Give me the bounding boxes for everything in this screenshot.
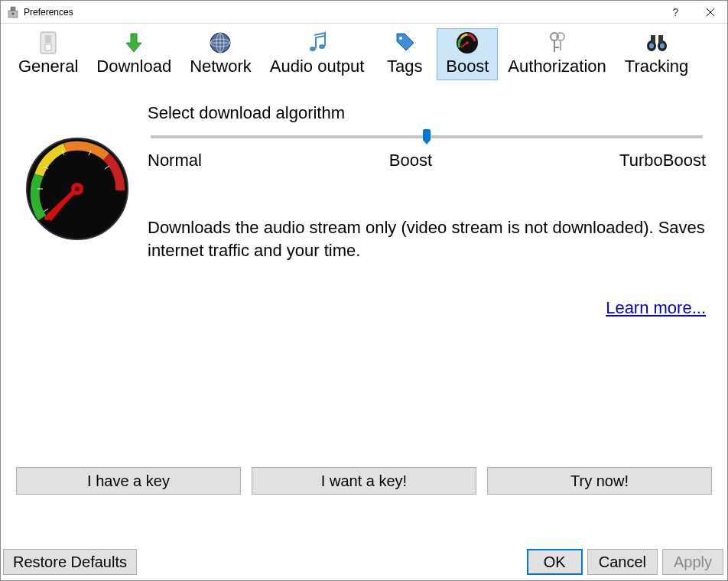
algorithm-description: Downloads the audio stream only (video s… (148, 216, 706, 261)
tab-label: Tracking (625, 57, 689, 76)
gauge-icon (455, 31, 479, 55)
close-button[interactable] (693, 1, 727, 24)
svg-point-30 (660, 44, 665, 49)
svg-point-14 (319, 44, 325, 49)
slider-label-normal: Normal (148, 151, 202, 170)
tab-bar: General Download Network Audio output Ta… (1, 24, 727, 80)
tab-label: Network (190, 57, 252, 76)
want-key-button[interactable]: I want a key! (252, 467, 476, 495)
svg-point-42 (75, 187, 80, 191)
svg-rect-28 (658, 35, 663, 43)
svg-point-13 (310, 47, 316, 51)
have-key-button[interactable]: I have a key (16, 467, 241, 495)
tab-label: Boost (446, 57, 489, 76)
key-button-row: I have a key I want a key! Try now! (16, 467, 712, 495)
learn-more-link[interactable]: Learn more... (606, 298, 706, 317)
app-icon (7, 6, 19, 18)
svg-point-19 (466, 41, 469, 44)
tab-audio-output[interactable]: Audio output (262, 28, 373, 80)
tab-label: General (18, 57, 78, 76)
keys-icon (545, 31, 570, 55)
tab-label: Audio output (270, 57, 365, 76)
svg-rect-0 (11, 7, 15, 11)
tab-tags[interactable]: Tags (374, 28, 435, 80)
svg-point-29 (649, 44, 654, 49)
tab-boost[interactable]: Boost (437, 28, 498, 80)
slider-labels: Normal Boost TurboBoost (148, 151, 706, 170)
tab-download[interactable]: Download (88, 28, 180, 80)
footer-bar: Restore Defaults OK Cancel Apply (0, 547, 728, 581)
title-bar: Preferences ? (1, 1, 727, 24)
download-arrow-icon (122, 31, 146, 55)
slider-thumb[interactable] (423, 129, 431, 144)
svg-point-16 (399, 37, 402, 40)
section-title: Select download algorithm (148, 103, 706, 123)
tab-tracking[interactable]: Tracking (616, 28, 697, 80)
algorithm-slider[interactable] (151, 135, 703, 138)
slider-label-boost: Boost (389, 151, 432, 170)
cancel-button[interactable]: Cancel (587, 549, 658, 575)
globe-icon (208, 31, 232, 55)
ok-button[interactable]: OK (527, 549, 583, 575)
window-title: Preferences (24, 7, 658, 18)
tag-icon (392, 31, 417, 55)
slider-label-turboboost: TurboBoost (619, 151, 706, 170)
tab-network[interactable]: Network (181, 28, 260, 80)
svg-rect-6 (45, 35, 51, 43)
content-area: Select download algorithm Normal Boost T… (1, 80, 727, 318)
svg-point-2 (12, 12, 15, 15)
restore-defaults-button[interactable]: Restore Defaults (3, 549, 137, 575)
svg-rect-7 (45, 44, 51, 50)
try-now-button[interactable]: Try now! (487, 467, 712, 495)
tab-authorization[interactable]: Authorization (499, 28, 614, 80)
tab-general[interactable]: General (10, 28, 86, 80)
tab-label: Authorization (508, 57, 606, 76)
binoculars-icon (645, 31, 669, 55)
switch-icon (36, 31, 60, 55)
help-button[interactable]: ? (658, 1, 693, 24)
svg-rect-27 (651, 35, 655, 43)
tab-label: Download (96, 57, 171, 76)
music-note-icon (305, 31, 330, 55)
tab-label: Tags (387, 57, 422, 76)
gauge-illustration (24, 135, 131, 242)
apply-button[interactable]: Apply (662, 549, 723, 575)
